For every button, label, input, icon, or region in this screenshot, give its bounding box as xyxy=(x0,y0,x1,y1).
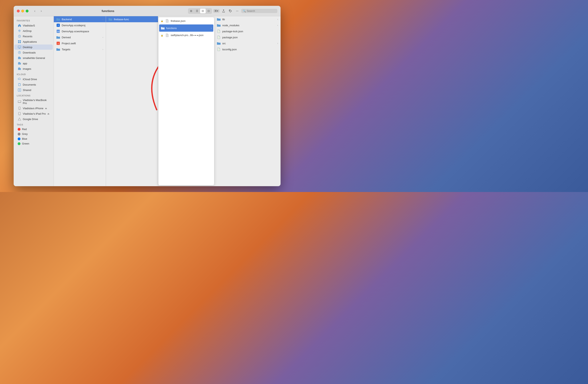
tsconfig-icon xyxy=(217,47,221,51)
col1-backend-arrow: › xyxy=(103,18,103,20)
eject-iphone-icon[interactable]: ⏏ xyxy=(45,107,47,110)
sidebar-item-shared[interactable]: Shared xyxy=(14,87,53,93)
view-list-button[interactable]: ☰ xyxy=(194,9,200,13)
home-icon xyxy=(18,24,21,27)
xcodeproj-icon: X xyxy=(56,23,60,27)
col4-node-modules[interactable]: node_modules › xyxy=(214,22,281,28)
sidebar-item-app[interactable]: app xyxy=(14,61,53,66)
images-folder-icon xyxy=(18,67,21,71)
col2-firebase-func-label: firebase-func xyxy=(114,18,153,21)
sidebar-item-downloads[interactable]: Downloads xyxy=(14,50,53,55)
action-menu-button[interactable]: ⌘▾ xyxy=(213,9,220,13)
icloud-icon xyxy=(18,77,21,81)
sidebar-item-tag-blue[interactable]: Blue xyxy=(14,136,53,141)
xcodews-icon: XW xyxy=(56,29,60,33)
minimize-button[interactable] xyxy=(21,10,24,12)
col1-backend[interactable]: Backend › xyxy=(54,16,106,22)
derived-folder-icon xyxy=(56,35,60,39)
sidebar-item-googledrive-label: Google Drive xyxy=(23,118,38,121)
col4-lib-label: lib xyxy=(222,18,276,21)
col1-targets[interactable]: Targets › xyxy=(54,46,106,52)
targets-folder-icon xyxy=(56,47,60,51)
col4-package-lock[interactable]: package-lock.json xyxy=(214,28,281,34)
toolbar-right: ⊞ ☰ ⊟ ⊡ ⌘▾ ··· 🔍 xyxy=(188,8,277,14)
desktop-icon xyxy=(18,45,21,49)
sidebar-item-images[interactable]: images xyxy=(14,66,53,71)
sidebar-item-documents[interactable]: Documents xyxy=(14,82,53,87)
svg-text:XW: XW xyxy=(57,30,60,33)
columns-wrapper: Backend › X DemoApp.xcodeproj XW DemoApp… xyxy=(54,16,281,186)
col4-src-label: src xyxy=(222,42,276,45)
col4-node-modules-label: node_modules xyxy=(222,24,276,27)
col1-xcodeproj[interactable]: X DemoApp.xcodeproj xyxy=(54,22,106,28)
downloads-icon xyxy=(18,51,21,54)
firebase-func-folder-icon xyxy=(108,17,112,21)
col3-firebase-json[interactable]: 🔒 firebase.json xyxy=(158,17,214,24)
col1-derived[interactable]: Derived › xyxy=(54,34,106,40)
sidebar-item-tag-red[interactable]: Red xyxy=(14,127,53,132)
col1-xcodeproj-label: DemoApp.xcodeproj xyxy=(62,24,103,27)
maximize-button[interactable] xyxy=(26,10,28,12)
sidebar-item-tag-green[interactable]: Green xyxy=(14,141,53,146)
col1-projectswift-label: Project.swift xyxy=(62,42,103,45)
sidebar-item-airdrop-label: AirDrop xyxy=(23,29,32,33)
sidebar-item-macbook-label: Vladislav's MacBook Pro xyxy=(23,99,50,105)
sidebar-item-tag-grey[interactable]: Grey xyxy=(14,132,53,136)
col4-tsconfig[interactable]: tsconfig.json xyxy=(214,46,281,52)
close-button[interactable] xyxy=(17,10,20,12)
col1-targets-arrow: › xyxy=(103,48,103,51)
sidebar-item-recents[interactable]: Recents xyxy=(14,34,53,39)
sidebar-item-vladislavs-label: VladislavS xyxy=(23,24,35,27)
applications-icon xyxy=(18,40,21,43)
sidebar: Favorites VladislavS AirDrop Recents xyxy=(14,16,54,186)
svg-rect-4 xyxy=(20,40,21,41)
col4-package-lock-label: package-lock.json xyxy=(222,30,278,33)
sidebar-item-ipad-label: Vladislav's iPad Pro xyxy=(23,112,46,115)
col4-src[interactable]: src › xyxy=(214,40,281,46)
grey-tag-dot xyxy=(18,133,21,135)
sidebar-item-documents-label: Documents xyxy=(23,83,36,86)
col3-swiftylaunch[interactable]: 🔒 swiftylaunch-pro...90▪ ▪▪ ▪▪.json xyxy=(158,32,214,39)
view-gallery-button[interactable]: ⊡ xyxy=(206,9,211,13)
tag-button[interactable] xyxy=(228,8,233,14)
col4-package-json[interactable]: package.json xyxy=(214,34,281,40)
svg-rect-5 xyxy=(18,42,19,43)
col1-xcodeworkspace[interactable]: XW DemoApp.xcworkspace xyxy=(54,28,106,34)
view-columns-button[interactable]: ⊟ xyxy=(200,9,206,13)
col3-functions[interactable]: functions › xyxy=(159,24,213,32)
sidebar-item-vladislavs[interactable]: VladislavS xyxy=(14,23,53,28)
more-button[interactable]: ··· xyxy=(234,8,240,14)
sidebar-item-icloud-drive[interactable]: iCloud Drive xyxy=(14,77,53,82)
col1-xcodeworkspace-label: DemoApp.xcworkspace xyxy=(62,30,103,33)
column-4: lib › node_modules › package-lock.json xyxy=(214,16,281,186)
lib-folder-icon xyxy=(217,17,221,21)
sidebar-item-smallwhite[interactable]: smallwhite General xyxy=(14,55,53,60)
sidebar-item-icloud-label: iCloud Drive xyxy=(23,78,37,81)
sidebar-item-applications[interactable]: Applications xyxy=(14,39,53,44)
sidebar-item-smallwhite-label: smallwhite General xyxy=(23,57,45,59)
airdrop-icon xyxy=(18,29,21,33)
search-icon: 🔍 xyxy=(243,10,246,12)
eject-ipad-icon[interactable]: ⏏ xyxy=(47,113,49,115)
shared-icon xyxy=(18,88,21,92)
macbook-icon xyxy=(18,100,21,103)
ipad-icon xyxy=(18,112,21,115)
sidebar-item-desktop[interactable]: Desktop xyxy=(14,44,53,50)
blue-tag-dot xyxy=(18,137,21,140)
finder-window: ‹ › functions ⊞ ☰ ⊟ ⊡ ⌘▾ xyxy=(14,6,281,186)
share-button[interactable] xyxy=(221,8,226,14)
sidebar-item-iphone-label: Vladislavs iPhone xyxy=(23,107,43,110)
node-modules-folder-icon xyxy=(217,23,221,27)
view-icon-button[interactable]: ⊞ xyxy=(189,9,194,13)
svg-point-12 xyxy=(19,109,20,109)
sidebar-item-ipad[interactable]: Vladislav's iPad Pro ⏏ xyxy=(14,111,53,116)
sidebar-item-iphone[interactable]: Vladislavs iPhone ⏏ xyxy=(14,106,53,111)
sidebar-item-macbook[interactable]: Vladislav's MacBook Pro xyxy=(14,98,53,105)
col3-functions-label: functions xyxy=(166,27,209,30)
col4-lib[interactable]: lib › xyxy=(214,16,281,22)
search-input[interactable] xyxy=(247,9,276,12)
col1-projectswift[interactable]: S Project.swift xyxy=(54,40,106,46)
sidebar-item-googledrive[interactable]: Google Drive xyxy=(14,116,53,122)
col2-firebase-func[interactable]: firebase-func › xyxy=(106,16,158,22)
sidebar-item-airdrop[interactable]: AirDrop xyxy=(14,28,53,34)
